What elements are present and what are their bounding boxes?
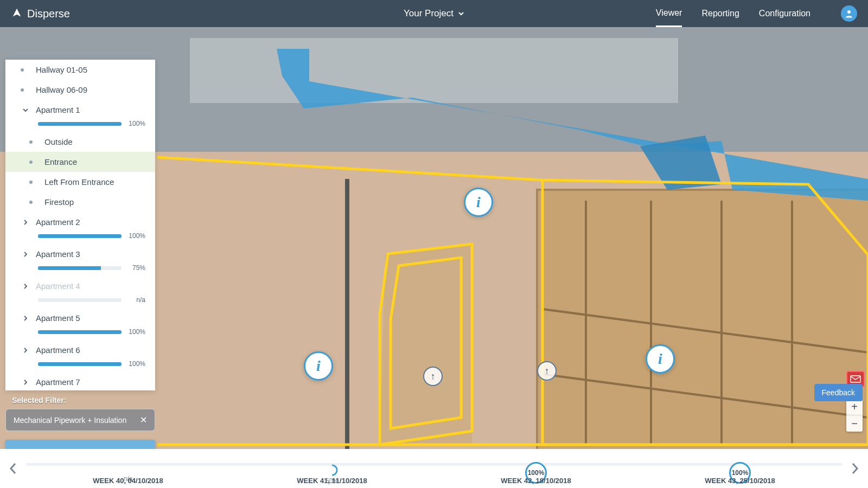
svg-point-0 [847,10,851,14]
progress-bar [38,330,122,334]
progress-pct: 75% [127,264,145,272]
chevron-down-icon [21,107,30,113]
progress-bar [38,362,122,366]
brand-name: Disperse [27,8,70,20]
filter-chip[interactable]: Mechanical Pipework + Insulation ✕ [5,409,155,431]
user-avatar[interactable] [841,5,857,22]
sidebar-item-label: Firestop [44,197,149,207]
chevron-right-icon [21,219,30,226]
svg-marker-12 [380,244,472,445]
timeline-week-label: WEEK 40, 04/10/2018 [26,477,230,485]
sidebar-item-6[interactable]: Firestop [5,192,155,212]
timeline-week-2[interactable]: 100%WEEK 42, 18/10/2018 [434,457,638,488]
location-tree-panel[interactable]: Hallway 01-05Hallway 06-09Apartment 1100… [5,60,155,390]
person-icon [844,9,854,18]
project-name: Your Project [404,8,454,19]
progress-pct: 100% [127,120,145,127]
nav-waypoint-2[interactable]: ↑ [537,361,557,381]
close-icon[interactable]: ✕ [140,415,147,425]
timeline-week-label: WEEK 43, 25/10/2018 [638,477,842,485]
sidebar-item-4[interactable]: Entrance [5,152,155,172]
svg-rect-16 [851,376,860,382]
feedback-button[interactable]: Feedback [814,384,863,401]
progress-bar [38,234,122,238]
filter-title: Selected Filter: [5,396,155,404]
progress-pct: 100% [127,328,145,336]
sidebar-item-label: Outside [44,137,149,146]
timeline-week-label: WEEK 42, 18/10/2018 [434,477,638,485]
sidebar-item-7[interactable]: Apartment 2 [5,212,155,232]
sidebar-item-label: Apartment 6 [36,345,149,355]
filter-panel: Selected Filter: Mechanical Pipework + I… [5,396,155,449]
nav-waypoint-1[interactable]: ↑ [423,367,443,386]
progress-row: 100% [5,328,155,340]
timeline-body: n/aWEEK 40, 04/10/201850%WEEK 41, 11/10/… [26,449,842,488]
progress-pct: 100% [127,360,145,368]
timeline-marker-partial: 50% [326,464,338,476]
sidebar-item-10[interactable]: Apartment 5 [5,308,155,328]
bullet-icon [29,140,33,144]
sidebar-item-label: Left From Entrance [44,177,149,187]
timeline-next[interactable] [842,449,868,488]
timeline-week-0[interactable]: n/aWEEK 40, 04/10/2018 [26,457,230,488]
info-hotspot-1[interactable]: i [464,188,493,217]
timeline-week-1[interactable]: 50%WEEK 41, 11/10/2018 [230,457,434,488]
svg-rect-2 [190,38,678,103]
filter-button[interactable]: FILTER [5,440,155,449]
sidebar-item-3[interactable]: Outside [5,132,155,152]
nav-viewer[interactable]: Viewer [656,1,682,27]
sidebar-item-label: Apartment 1 [36,105,149,114]
sidebar-item-label: Apartment 2 [36,217,149,227]
bullet-icon [29,160,33,164]
chevron-left-icon [9,463,17,474]
svg-point-17 [327,465,337,475]
progress-row: 100% [5,120,155,132]
project-selector[interactable]: Your Project [404,8,464,19]
sidebar-item-label: Apartment 7 [36,377,149,387]
progress-pct: 100% [127,232,145,240]
mail-icon [850,375,861,383]
timeline-week-label: WEEK 41, 11/10/2018 [230,477,434,485]
sidebar-item-12[interactable]: Apartment 7 [5,372,155,390]
info-hotspot-2[interactable]: i [304,351,333,381]
disperse-logo-icon [11,8,23,20]
progress-pct: n/a [127,296,145,304]
bullet-icon [21,68,24,72]
progress-bar [38,298,122,302]
bullet-icon [21,88,24,92]
sidebar-item-8[interactable]: Apartment 3 [5,244,155,264]
chevron-right-icon [21,283,30,290]
progress-bar [38,122,122,126]
info-hotspot-3[interactable]: i [646,344,675,374]
sidebar-item-5[interactable]: Left From Entrance [5,172,155,192]
sidebar-item-9: Apartment 4 [5,276,155,296]
zoom-out-button[interactable]: − [846,415,863,432]
nav-configuration[interactable]: Configuration [759,1,810,26]
timeline: n/aWEEK 40, 04/10/201850%WEEK 41, 11/10/… [0,449,868,488]
progress-row: 75% [5,264,155,276]
sidebar-item-0[interactable]: Hallway 01-05 [5,60,155,80]
sidebar-item-label: Apartment 4 [36,281,149,291]
timeline-week-3[interactable]: 100%WEEK 43, 25/10/2018 [638,457,842,488]
sidebar-item-label: Hallway 01-05 [36,65,149,74]
timeline-prev[interactable] [0,449,26,488]
brand-logo: Disperse [11,8,70,20]
progress-row: 100% [5,360,155,372]
chevron-right-icon [21,379,30,386]
nav-reporting[interactable]: Reporting [701,1,739,26]
zoom-control: + − [846,399,863,432]
bullet-icon [29,201,33,204]
progress-row: 100% [5,232,155,244]
chevron-right-icon [21,251,30,258]
header-nav: Viewer Reporting Configuration [656,1,857,27]
chevron-right-icon [21,315,30,322]
sidebar-item-1[interactable]: Hallway 06-09 [5,80,155,100]
filter-chip-label: Mechanical Pipework + Insulation [14,416,126,425]
app-header: Disperse Your Project Viewer Reporting C… [0,0,868,27]
sidebar-item-11[interactable]: Apartment 6 [5,340,155,360]
zoom-in-button[interactable]: + [846,399,863,415]
panorama-viewer[interactable]: i i i ↑ ↑ Hallway 01-05Hallway 06-09Apar… [0,27,868,449]
sidebar-item-2[interactable]: Apartment 1 [5,100,155,120]
sidebar-item-label: Apartment 5 [36,313,149,323]
progress-row: n/a [5,296,155,308]
